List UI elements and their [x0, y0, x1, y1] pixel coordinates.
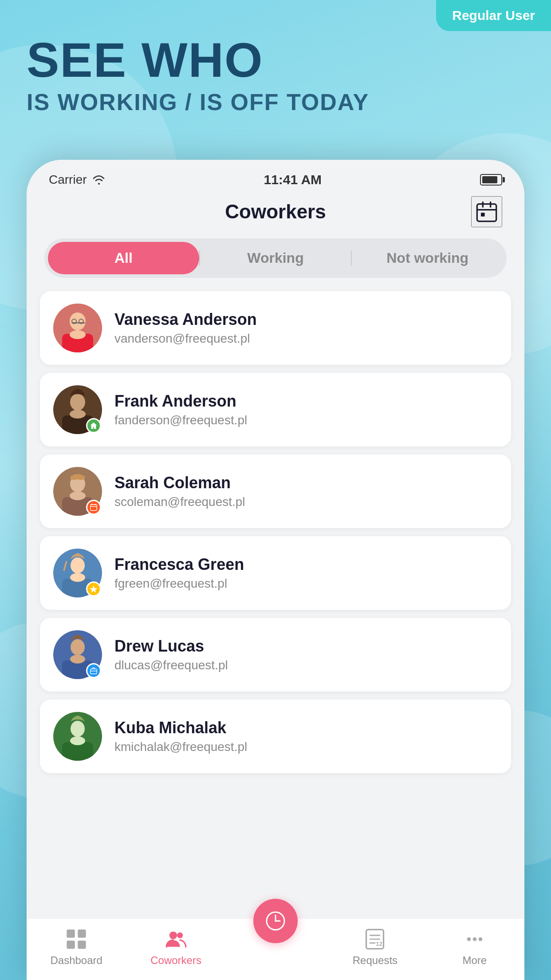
wifi-icon — [92, 175, 106, 185]
svg-rect-43 — [78, 929, 86, 937]
list-item[interactable]: Francesca Green fgreen@freequest.pl — [40, 536, 511, 610]
nav-item-coworkers[interactable]: Coworkers — [126, 928, 225, 967]
avatar-wrapper — [53, 630, 102, 679]
contact-email: vanderson@freequest.pl — [114, 332, 498, 346]
svg-text:12: 12 — [376, 940, 382, 947]
tab-not-working[interactable]: Not working — [352, 242, 503, 274]
svg-point-15 — [70, 410, 86, 419]
tab-working[interactable]: Working — [200, 242, 351, 274]
svg-point-53 — [467, 937, 471, 941]
work-badge-icon — [90, 667, 98, 675]
status-time: 11:41 AM — [264, 172, 322, 187]
contact-email: scoleman@freequest.pl — [114, 495, 498, 509]
svg-point-25 — [71, 557, 85, 573]
svg-point-47 — [177, 933, 183, 938]
contact-info: Kuba Michalak kmichalak@freequest.pl — [114, 719, 498, 754]
calendar-icon — [475, 200, 498, 223]
phone-screen: Carrier 11:41 AM Coworkers — [27, 160, 524, 980]
clock-fab-button[interactable] — [253, 899, 298, 943]
contact-name: Sarah Coleman — [114, 474, 498, 492]
svg-point-55 — [478, 937, 482, 941]
calendar-badge-icon — [90, 503, 98, 511]
svg-point-46 — [169, 932, 177, 939]
nav-label-requests: Requests — [353, 954, 398, 967]
hero-title-line1: SEE WHO — [27, 36, 524, 84]
contact-email: kmichalak@freequest.pl — [114, 740, 498, 754]
svg-point-11 — [70, 330, 86, 339]
contact-name: Vanessa Anderson — [114, 310, 498, 329]
avatar-wrapper — [53, 549, 102, 597]
svg-rect-42 — [67, 929, 75, 937]
svg-point-30 — [71, 639, 85, 655]
nav-item-dashboard[interactable]: Dashboard — [27, 928, 126, 967]
dashboard-icon — [65, 928, 88, 951]
nav-label-more: More — [462, 954, 487, 967]
avatar-wrapper — [53, 467, 102, 516]
coworkers-icon — [165, 928, 188, 951]
svg-rect-20 — [91, 505, 97, 511]
avatar — [53, 712, 102, 761]
avatar-badge — [86, 500, 101, 515]
status-bar: Carrier 11:41 AM — [27, 160, 524, 192]
star-badge-icon — [90, 585, 98, 593]
avatar — [53, 304, 102, 352]
hero-title-line2: IS WORKING / IS OFF TODAY — [27, 89, 524, 115]
contact-name: Francesca Green — [114, 555, 498, 574]
carrier-info: Carrier — [49, 173, 106, 187]
battery-level — [482, 176, 497, 183]
list-item[interactable]: Frank Anderson fanderson@freequest.pl — [40, 373, 511, 447]
clock-icon — [264, 910, 287, 932]
nav-label-dashboard: Dashboard — [50, 954, 102, 967]
tab-all[interactable]: All — [48, 242, 199, 274]
filter-tabs: All Working Not working — [44, 238, 507, 278]
app-header: Coworkers — [27, 192, 524, 234]
svg-point-27 — [70, 573, 85, 582]
avatar-badge — [86, 663, 101, 678]
nav-item-requests[interactable]: 12 Requests — [325, 928, 425, 967]
avatar-image — [53, 304, 102, 352]
calendar-button[interactable] — [471, 196, 502, 227]
svg-point-19 — [70, 491, 86, 500]
svg-rect-4 — [481, 213, 485, 217]
list-item[interactable]: Vanessa Anderson vanderson@freequest.pl — [40, 291, 511, 365]
contact-info: Frank Anderson fanderson@freequest.pl — [114, 392, 498, 427]
contact-name: Frank Anderson — [114, 392, 498, 411]
contact-name: Drew Lucas — [114, 637, 498, 656]
avatar-badge — [86, 418, 101, 433]
svg-rect-33 — [91, 669, 97, 674]
phone-mockup: Carrier 11:41 AM Coworkers — [27, 160, 524, 980]
contacts-list: Vanessa Anderson vanderson@freequest.pl — [27, 287, 524, 918]
contact-info: Sarah Coleman scoleman@freequest.pl — [114, 474, 498, 509]
svg-rect-44 — [67, 940, 75, 948]
contact-info: Vanessa Anderson vanderson@freequest.pl — [114, 310, 498, 346]
more-icon — [463, 928, 486, 951]
contact-info: Drew Lucas dlucas@freequest.pl — [114, 637, 498, 672]
svg-point-13 — [70, 394, 85, 411]
contact-email: fgreen@freequest.pl — [114, 577, 498, 591]
avatar-badge — [86, 581, 101, 597]
contact-name: Kuba Michalak — [114, 719, 498, 737]
svg-point-54 — [472, 937, 476, 941]
bottom-nav: Dashboard Coworkers — [27, 918, 524, 980]
list-item[interactable]: Kuba Michalak kmichalak@freequest.pl — [40, 699, 511, 773]
hero-section: SEE WHO IS WORKING / IS OFF TODAY — [27, 36, 524, 115]
screen-title: Coworkers — [225, 201, 326, 223]
nav-label-coworkers: Coworkers — [150, 954, 201, 967]
battery-icon — [480, 174, 502, 186]
avatar-wrapper — [53, 304, 102, 352]
requests-icon: 12 — [363, 928, 386, 951]
list-item[interactable]: Drew Lucas dlucas@freequest.pl — [40, 618, 511, 692]
nav-item-more[interactable]: More — [425, 928, 524, 967]
user-role-badge: Regular User — [436, 0, 551, 31]
avatar-image — [53, 712, 102, 761]
list-item[interactable]: Sarah Coleman scoleman@freequest.pl — [40, 454, 511, 528]
contact-info: Francesca Green fgreen@freequest.pl — [114, 555, 498, 591]
contact-email: fanderson@freequest.pl — [114, 413, 498, 427]
avatar-wrapper — [53, 712, 102, 761]
svg-point-38 — [70, 736, 85, 745]
svg-point-36 — [71, 721, 85, 737]
svg-rect-0 — [477, 204, 496, 221]
contact-email: dlucas@freequest.pl — [114, 658, 498, 672]
avatar-wrapper — [53, 385, 102, 434]
svg-rect-45 — [78, 940, 86, 948]
